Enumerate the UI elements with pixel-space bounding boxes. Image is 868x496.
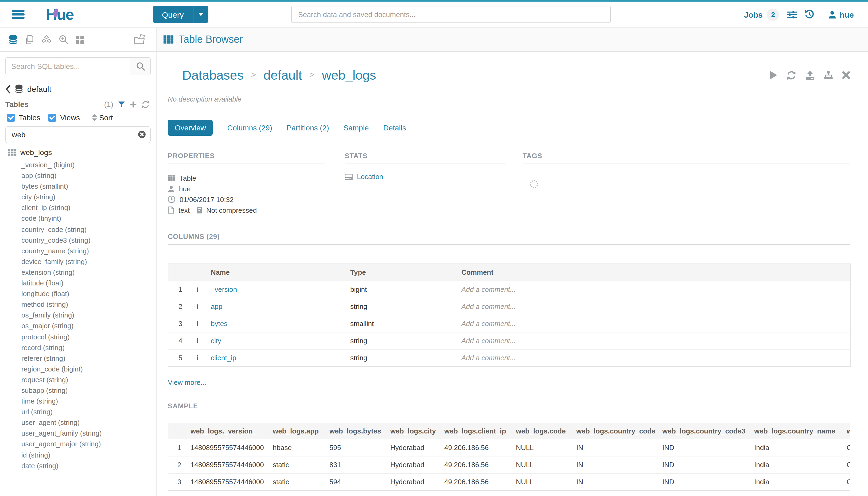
sql-table-search-input[interactable]	[6, 58, 130, 75]
column-type: smallint	[344, 315, 455, 332]
sidebar-column-item[interactable]: os_family (string)	[21, 310, 156, 321]
clear-filter-icon[interactable]	[138, 130, 146, 138]
column-name-link[interactable]: _version_	[204, 281, 344, 298]
breadcrumb-database[interactable]: default	[264, 67, 302, 82]
lineage-sitemap-icon[interactable]	[824, 71, 833, 79]
sidebar-column-item[interactable]: country_name (string)	[21, 246, 156, 257]
table-description[interactable]: No description available	[168, 95, 850, 103]
column-row: 4 city string Add a comment...	[168, 332, 850, 349]
sidebar-column-item[interactable]: latitude (float)	[21, 278, 156, 289]
settings-sliders-icon[interactable]	[787, 11, 797, 18]
refresh-tables-icon[interactable]	[142, 100, 149, 108]
column-comment-placeholder[interactable]: Add a comment...	[455, 349, 850, 367]
sidebar-column-item[interactable]: url (string)	[21, 407, 156, 417]
info-icon[interactable]	[190, 303, 198, 311]
folder-documents-icon[interactable]	[133, 34, 145, 45]
sidebar-column-item[interactable]: date (string)	[21, 461, 156, 471]
sidebar-column-item[interactable]: subapp (string)	[21, 385, 156, 396]
sidebar-column-item[interactable]: _version_ (bigint)	[21, 160, 156, 170]
sidebar-column-item[interactable]: method (string)	[21, 299, 156, 310]
sample-cell: 594	[323, 473, 384, 491]
sidebar-column-item[interactable]: app (string)	[21, 170, 156, 181]
info-icon[interactable]	[190, 354, 198, 362]
sql-database-icon[interactable]	[9, 34, 18, 45]
hue-logo[interactable]: Hue	[46, 6, 99, 22]
functions-cubes-icon[interactable]	[41, 35, 52, 44]
sidebar-column-item[interactable]: city (string)	[21, 192, 156, 203]
column-comment-placeholder[interactable]: Add a comment...	[455, 298, 850, 315]
tab-overview[interactable]: Overview	[168, 120, 213, 136]
info-icon[interactable]	[190, 320, 198, 328]
tables-checkbox[interactable]	[7, 113, 15, 122]
sidebar-column-item[interactable]: user_agent_family (string)	[21, 429, 156, 439]
info-icon[interactable]	[190, 285, 198, 293]
import-upload-icon[interactable]	[805, 70, 815, 80]
sample-col-header: web_logs.bytes	[323, 423, 384, 439]
tab-sample[interactable]: Sample	[344, 123, 369, 132]
user-menu[interactable]: hue	[828, 10, 854, 19]
sidebar-column-item[interactable]: longitude (float)	[21, 289, 156, 299]
filter-funnel-icon[interactable]	[118, 101, 125, 108]
sidebar-column-item[interactable]: referer (string)	[21, 353, 156, 364]
sidebar-column-item[interactable]: protocol (string)	[21, 332, 156, 342]
query-play-icon[interactable]	[770, 71, 777, 80]
column-name-link[interactable]: app	[204, 298, 344, 315]
zoom-search-icon[interactable]	[59, 35, 68, 44]
hamburger-menu-icon[interactable]	[12, 10, 25, 19]
history-icon[interactable]	[805, 10, 815, 19]
sidebar-column-item[interactable]: request (string)	[21, 375, 156, 385]
sample-cell: hbase	[266, 439, 323, 456]
apps-grid-icon[interactable]	[75, 35, 84, 44]
column-index: 4	[168, 332, 189, 349]
views-checkbox[interactable]	[48, 113, 57, 122]
query-dropdown-toggle[interactable]	[193, 6, 208, 23]
add-table-icon[interactable]	[130, 101, 137, 108]
location-link[interactable]: Location	[345, 173, 506, 181]
column-comment-placeholder[interactable]: Add a comment...	[455, 315, 850, 332]
tab-columns[interactable]: Columns (29)	[227, 123, 272, 132]
sql-table-search-button[interactable]	[130, 58, 150, 75]
tab-partitions[interactable]: Partitions (2)	[287, 123, 329, 132]
query-button[interactable]: Query	[153, 6, 208, 23]
breadcrumb-table[interactable]: web_logs	[322, 67, 376, 82]
sidebar-column-item[interactable]: record (string)	[21, 342, 156, 353]
query-button-label[interactable]: Query	[153, 6, 193, 23]
info-icon[interactable]	[190, 337, 198, 345]
documents-icon[interactable]	[25, 34, 34, 45]
column-name-link[interactable]: client_ip	[204, 349, 344, 367]
sidebar-column-item[interactable]: region_code (bigint)	[21, 364, 156, 375]
sidebar-column-item[interactable]: extension (string)	[21, 267, 156, 278]
sidebar-column-item[interactable]: code (tinyint)	[21, 214, 156, 224]
sample-cell: O	[840, 439, 850, 456]
sidebar-column-item[interactable]: device_family (string)	[21, 257, 156, 267]
global-search-input[interactable]	[291, 6, 611, 23]
database-breadcrumb-row[interactable]: default	[5, 84, 156, 94]
username-label: hue	[840, 10, 854, 19]
tables-checkbox-label[interactable]: Tables	[19, 113, 40, 122]
view-more-link[interactable]: View more...	[168, 378, 206, 386]
jobs-count-badge[interactable]: 2	[767, 8, 779, 20]
views-checkbox-label[interactable]: Views	[60, 113, 80, 122]
column-name-link[interactable]: bytes	[204, 315, 344, 332]
sidebar-column-item[interactable]: client_ip (string)	[21, 203, 156, 214]
sidebar-column-item[interactable]: id (string)	[21, 450, 156, 461]
sidebar-column-item[interactable]: country_code (string)	[21, 224, 156, 235]
sidebar-column-item[interactable]: bytes (smallint)	[21, 181, 156, 192]
sample-table-container[interactable]: web_logs._version_web_logs.appweb_logs.b…	[168, 423, 850, 491]
refresh-icon[interactable]	[787, 70, 796, 80]
column-comment-placeholder[interactable]: Add a comment...	[455, 332, 850, 349]
sidebar-column-item[interactable]: os_major (string)	[21, 321, 156, 332]
sidebar-column-item[interactable]: country_code3 (string)	[21, 235, 156, 246]
tab-details[interactable]: Details	[383, 123, 406, 132]
sidebar-table-web-logs[interactable]: web_logs	[8, 148, 156, 157]
sidebar-column-item[interactable]: user_agent_major (string)	[21, 439, 156, 450]
column-name-link[interactable]: city	[204, 332, 344, 349]
sort-toggle[interactable]: Sort	[92, 113, 113, 122]
table-filter-input[interactable]	[5, 126, 151, 143]
sidebar-column-item[interactable]: user_agent (string)	[21, 418, 156, 429]
close-icon[interactable]	[842, 71, 850, 79]
jobs-link[interactable]: Jobs	[744, 10, 763, 19]
column-comment-placeholder[interactable]: Add a comment...	[455, 281, 850, 298]
breadcrumb-databases[interactable]: Databases	[182, 67, 244, 82]
sidebar-column-item[interactable]: time (string)	[21, 396, 156, 407]
